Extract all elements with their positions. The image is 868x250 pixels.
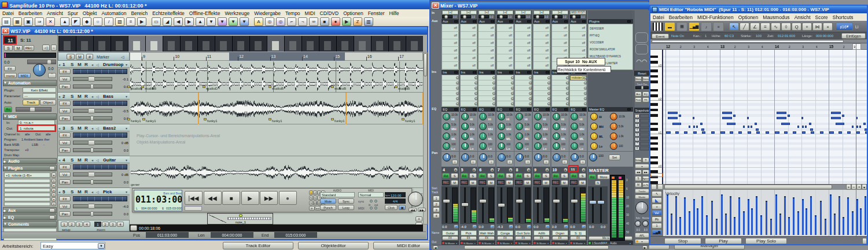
pan-knob[interactable]: [498, 153, 506, 161]
black-key[interactable]: [650, 170, 658, 173]
channel-input[interactable]: 1+2: [479, 10, 495, 14]
eq-knob-MH[interactable]: [443, 123, 450, 130]
snapshot-3[interactable]: 3: [635, 123, 639, 127]
audio-section-header[interactable]: Audio: [3, 158, 57, 164]
solo-v-icon[interactable]: ▼: [229, 17, 238, 26]
velocity-bar[interactable]: [838, 196, 840, 235]
aux-header-led[interactable]: [454, 20, 458, 23]
midi-note[interactable]: [720, 131, 725, 134]
mute-global-button[interactable]: M: [635, 182, 642, 188]
midi-roll-scroll-btn0[interactable]: +: [846, 184, 851, 190]
score-view-button[interactable]: ♪: [701, 22, 712, 31]
velocity-bar[interactable]: [760, 215, 762, 235]
rec-button[interactable]: REC: [515, 180, 523, 185]
plugin-slot-empty[interactable]: [4, 179, 50, 183]
menu-Automation[interactable]: Automation: [99, 10, 128, 17]
snapshot-1[interactable]: 1: [635, 114, 639, 118]
midi-menu-Shortcuts[interactable]: Shortcuts: [830, 14, 856, 21]
velocity-bar[interactable]: [730, 196, 731, 235]
snapshot-2[interactable]: 2: [635, 119, 639, 123]
aux-slot-off[interactable]: off: [515, 47, 532, 54]
start-track-4[interactable]: 4: [433, 213, 440, 218]
velocity-bar[interactable]: [852, 211, 854, 235]
punch-button[interactable]: Punch: [320, 205, 336, 210]
black-key[interactable]: [650, 103, 658, 106]
master-eq-header[interactable]: Master EQ: [588, 107, 633, 112]
aux-slot-off[interactable]: off: [461, 47, 477, 54]
black-key[interactable]: [650, 161, 658, 164]
track-name-row[interactable]: ◂4SMR◂◁Guitar▾: [58, 156, 130, 163]
forward-button[interactable]: ▶▶: [260, 191, 278, 205]
ins-slot-menu[interactable]: ▾: [492, 82, 495, 84]
range-end-icon[interactable]: ¬: [298, 17, 307, 26]
mixer-side-pan[interactable]: Pan: [432, 150, 442, 155]
midi-note[interactable]: [809, 123, 811, 125]
histogram-button[interactable]: ▂▄▆: [652, 229, 662, 235]
select-tool-button[interactable]: ↖: [729, 23, 739, 31]
midi-note[interactable]: [679, 115, 681, 117]
menu-Offline-Effekte[interactable]: Offline-Effekte: [187, 10, 223, 17]
ins-slot-menu[interactable]: ▾: [511, 92, 514, 95]
snapshot-slot[interactable]: [640, 123, 649, 127]
aux-slot-off[interactable]: off: [515, 39, 532, 47]
eq-knob-Lo[interactable]: [516, 142, 523, 150]
track-vol-thumb[interactable]: [88, 76, 95, 82]
velocity-bar[interactable]: [865, 196, 866, 235]
ins-slot-menu[interactable]: ▾: [547, 82, 550, 84]
vip-titlebar[interactable]: WS7.VIP 44100 Hz L: 00:01:12:00 *_□✕: [2, 27, 427, 35]
input-gain-thumb[interactable]: [463, 15, 466, 19]
phase-button[interactable]: ◉: [582, 168, 586, 172]
audio-mute-button[interactable]: Mute: [320, 198, 336, 204]
mute-button[interactable]: M: [451, 180, 458, 185]
loop-button[interactable]: Loop: [338, 205, 354, 210]
track-down-icon[interactable]: ▼: [207, 17, 216, 26]
pan-knob[interactable]: [461, 153, 469, 161]
mute-button[interactable]: M: [487, 180, 495, 185]
aux-slot-off[interactable]: off: [515, 24, 532, 32]
mixer-side-ins[interactable]: Ins: [432, 69, 442, 74]
midi-note[interactable]: [751, 126, 752, 128]
solo-button[interactable]: S: [542, 173, 550, 178]
mixer-hscroll-thumb[interactable]: [464, 245, 609, 249]
setup-button[interactable]: Setup: [635, 157, 642, 163]
aux-button[interactable]: Aux: [635, 91, 642, 97]
aux-slot-off[interactable]: off: [461, 62, 477, 69]
pb-mode-button[interactable]: Pb: [652, 216, 662, 222]
velocity-bar[interactable]: [806, 208, 807, 235]
eq-header-led[interactable]: [564, 108, 568, 111]
audio-device-select[interactable]: Standard: [320, 192, 355, 197]
locator-9[interactable]: 9: [309, 201, 313, 205]
read-button[interactable]: Rd: [442, 173, 450, 178]
fader-thumb[interactable]: [461, 203, 469, 207]
fx-select[interactable]: FX: [479, 236, 495, 240]
midi-note[interactable]: [747, 117, 749, 119]
fader-thumb[interactable]: [516, 199, 523, 203]
audio-sync-button[interactable]: Sync: [338, 198, 354, 204]
ins-header-led[interactable]: [473, 71, 476, 73]
midi-note[interactable]: [781, 123, 790, 125]
play-tool-icon[interactable]: ▶: [342, 17, 351, 26]
rec-button[interactable]: REC: [534, 180, 541, 185]
track-pan-button[interactable]: Pan: [59, 116, 71, 121]
range-marker-icon[interactable]: ▭: [152, 17, 161, 26]
track-pan-button[interactable]: Pan: [59, 179, 71, 185]
rec-button[interactable]: REC: [570, 180, 578, 185]
track-vol-button[interactable]: Vol: [59, 204, 71, 209]
aux-slot-off[interactable]: off: [570, 47, 587, 54]
fx-select[interactable]: FX: [497, 236, 513, 240]
zoom-tool-icon[interactable]: ○: [93, 17, 102, 26]
master-mono-button[interactable]: Mono: [597, 174, 610, 179]
ins-header-led[interactable]: [454, 71, 458, 73]
eq-header-led[interactable]: [491, 108, 494, 111]
eq-knob-MH[interactable]: [498, 123, 505, 130]
aux-slot-off[interactable]: off: [552, 47, 569, 54]
eq-knob-MH[interactable]: [461, 123, 469, 130]
loop-toggle-icon[interactable]: ∞: [309, 17, 318, 26]
config-select[interactable]: ▾: [635, 164, 649, 168]
velocity-bar[interactable]: [751, 208, 753, 235]
master-fader-thumb[interactable]: [589, 200, 597, 204]
midi-note[interactable]: [755, 123, 757, 125]
aux-slot-off[interactable]: off: [515, 54, 532, 62]
ins-slot-menu[interactable]: ▾: [492, 76, 495, 79]
hscroll-thumb[interactable]: [130, 225, 137, 231]
